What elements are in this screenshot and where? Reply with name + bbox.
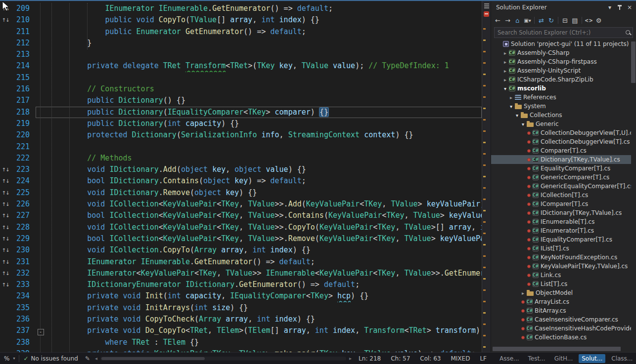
expander-closed-icon[interactable]: ▸ (502, 68, 508, 74)
tree-item-collectionbase-cs[interactable]: C#CollectionBase.cs (491, 333, 631, 342)
code-text[interactable]: void ICollection<KeyValuePair<TKey, TVal… (45, 222, 482, 233)
code-text[interactable]: // Methods (45, 153, 132, 164)
implements-icon[interactable]: ↑↓ (0, 199, 11, 210)
code-text[interactable]: IEnumerator IEnumerable.GetEnumerator() … (45, 3, 333, 14)
tree-item-mscorlib[interactable]: ▾C#mscorlib (491, 84, 631, 93)
tree-item-assembly-csharp[interactable]: ▸C#Assembly-CSharp (491, 48, 631, 57)
settings-gear-icon[interactable]: ⚙ (594, 16, 603, 25)
tree-item-genericcomparer-t-cs[interactable]: C#GenericComparer[T].cs (491, 173, 631, 182)
line-number[interactable]: 224 (11, 175, 36, 187)
tree-item-ienumerable-t-cs[interactable]: C#IEnumerable[T].cs (491, 217, 631, 226)
implements-icon[interactable]: ↑↓ (0, 256, 11, 268)
line-number[interactable]: 216 (11, 83, 36, 95)
implements-icon[interactable]: ↑↓ (0, 279, 11, 290)
panel-tab-gith[interactable]: GitH... (551, 354, 576, 363)
tree-item-collectiondebuggerview-t-cs[interactable]: C#CollectionDebuggerView[T].cs (491, 137, 631, 146)
code-text[interactable]: public Dictionary() {} (45, 95, 185, 106)
tree-item-icollection-t-cs[interactable]: C#ICollection[T].cs (491, 191, 631, 200)
tree-item-icsharpcode-sharpziplib[interactable]: ▸C#ICSharpCode.SharpZipLib (491, 75, 631, 84)
line-number[interactable]: 234 (11, 290, 36, 302)
line-number[interactable]: 219 (11, 118, 36, 129)
expander-closed-icon[interactable]: ▸ (502, 59, 508, 65)
line-ending-indicator[interactable]: LF (480, 355, 487, 362)
scroll-right-icon[interactable]: ▸ (347, 356, 354, 361)
tree-item-collectiondebuggerview-t-u-cs[interactable]: C#CollectionDebuggerView[T,U].cs (491, 128, 631, 137)
line-number[interactable]: 229 (11, 233, 36, 244)
line-number[interactable]: 225 (11, 187, 36, 199)
implements-icon[interactable]: ↑↓ (0, 210, 11, 221)
column-indicator[interactable]: Col: 63 (420, 355, 441, 362)
tree-item-generic[interactable]: ▾Generic (491, 120, 631, 128)
tree-item-keynotfoundexception-cs[interactable]: C#KeyNotFoundException.cs (491, 253, 631, 262)
line-number[interactable]: 215 (11, 72, 36, 83)
code-text[interactable]: void ICollection.CopyTo(Array array, int… (45, 244, 311, 256)
line-number[interactable]: 238 (11, 337, 36, 348)
collapse-all-icon[interactable]: ⊟ (560, 16, 570, 25)
tree-item-system[interactable]: ▾System (491, 102, 631, 111)
line-number[interactable]: 220 (11, 129, 36, 141)
line-number[interactable]: 232 (11, 268, 36, 279)
tree-item-caseinsensitivecomparer-cs[interactable]: C#CaseInsensitiveComparer.cs (491, 315, 631, 324)
tree-item-keyvaluepair-tkey-tvalue-cs[interactable]: C#KeyValuePair[TKey,TValue].cs (491, 262, 631, 271)
implements-icon[interactable]: ↑↓ (0, 233, 11, 244)
line-number[interactable]: 211 (11, 26, 36, 38)
tree-item-equalitycomparer-t-cs[interactable]: C#EqualityComparer[T].cs (491, 164, 631, 173)
line-number[interactable]: 223 (11, 164, 36, 175)
code-text[interactable]: IEnumerator IEnumerable.GetEnumerator() … (45, 256, 315, 268)
editor-horizontal-scrollbar[interactable] (100, 357, 346, 361)
tree-item-objectmodel[interactable]: ▸ObjectModel (491, 288, 631, 297)
line-number[interactable]: 209 (11, 3, 36, 14)
code-text[interactable]: private static KeyValuePair<TKey, TValue… (45, 348, 476, 352)
close-icon[interactable]: × (625, 3, 634, 11)
tree-item-collections[interactable]: ▾Collections (491, 111, 631, 120)
tree-item-assembly-unityscript[interactable]: ▸C#Assembly-UnityScript (491, 66, 631, 75)
code-text[interactable]: public Enumerator GetEnumerator() => def… (45, 26, 306, 38)
line-number[interactable]: 210 (11, 14, 36, 26)
code-text[interactable]: private void Init(int capacity, IEqualit… (45, 290, 368, 302)
forward-icon[interactable]: → (503, 16, 512, 25)
code-text[interactable]: bool ICollection<KeyValuePair<TKey, TVal… (45, 210, 482, 221)
character-indicator[interactable]: Ch: 57 (391, 355, 410, 362)
line-number[interactable]: 231 (11, 256, 36, 268)
line-number[interactable]: 217 (11, 95, 36, 106)
refresh-icon[interactable]: ↻ (546, 16, 556, 25)
panel-tab-solut[interactable]: Solut... (579, 354, 605, 363)
code-text[interactable]: private void InitArrays(int size) {} (45, 302, 248, 314)
code-text[interactable]: bool IDictionary.Contains(object key) =>… (45, 175, 306, 187)
expander-closed-icon[interactable]: ▸ (508, 95, 514, 100)
code-text[interactable] (45, 141, 51, 153)
zoom-control[interactable]: % ▾ (0, 353, 19, 364)
home-icon[interactable]: ⌂ (513, 16, 522, 25)
expander-closed-icon[interactable]: ▸ (502, 50, 508, 56)
tree-item-ilist-t-cs[interactable]: C#IList[T].cs (491, 244, 631, 253)
implements-icon[interactable]: ↑↓ (0, 187, 11, 199)
expander-open-icon[interactable]: ▾ (502, 86, 508, 91)
tree-item-bitarray-cs[interactable]: C#BitArray.cs (491, 306, 631, 315)
implements-icon[interactable]: ↑↓ (0, 268, 11, 279)
editor-scrollbar[interactable] (482, 1, 491, 352)
implements-icon[interactable]: ↑↓ (0, 14, 11, 26)
code-text[interactable]: private void CopyToCheck(Array array, in… (45, 314, 315, 325)
code-text[interactable]: // Constructors (45, 83, 154, 95)
line-number[interactable]: 233 (11, 279, 36, 290)
line-number[interactable]: 218 (11, 107, 36, 118)
line-number[interactable]: 221 (11, 141, 36, 153)
code-text[interactable]: bool ICollection<KeyValuePair<TKey, TVal… (45, 233, 482, 244)
expander-open-icon[interactable]: ▾ (514, 113, 520, 118)
tree-item-icomparer-t-cs[interactable]: C#IComparer[T].cs (491, 200, 631, 208)
code-text[interactable]: protected Dictionary(SerializationInfo i… (45, 129, 413, 141)
solution-explorer-horizontal-scrollbar[interactable] (493, 347, 629, 351)
search-input[interactable] (494, 27, 633, 38)
implements-icon[interactable]: ↑↓ (0, 222, 11, 233)
code-text[interactable]: public Dictionary(IEqualityComparer<TKey… (45, 107, 328, 118)
implements-icon[interactable]: ↑↓ (0, 175, 11, 187)
tree-item-caseinsensitivehashcodeprovider-cs[interactable]: C#CaseInsensitiveHashCodeProvider.cs (491, 324, 631, 333)
code-text[interactable]: void ICollection<KeyValuePair<TKey, TVal… (45, 199, 482, 210)
tree-item-comparer-t-cs[interactable]: C#Comparer[T].cs (491, 146, 631, 155)
expander-open-icon[interactable]: ▾ (508, 104, 514, 109)
line-number[interactable]: 214 (11, 60, 36, 72)
tree-item-list-t-cs[interactable]: C#List[T].cs (491, 280, 631, 288)
pin-icon[interactable] (615, 3, 624, 11)
tree-item-link-cs[interactable]: C#Link.cs (491, 271, 631, 280)
panel-tab-asse[interactable]: Asse... (497, 354, 522, 363)
